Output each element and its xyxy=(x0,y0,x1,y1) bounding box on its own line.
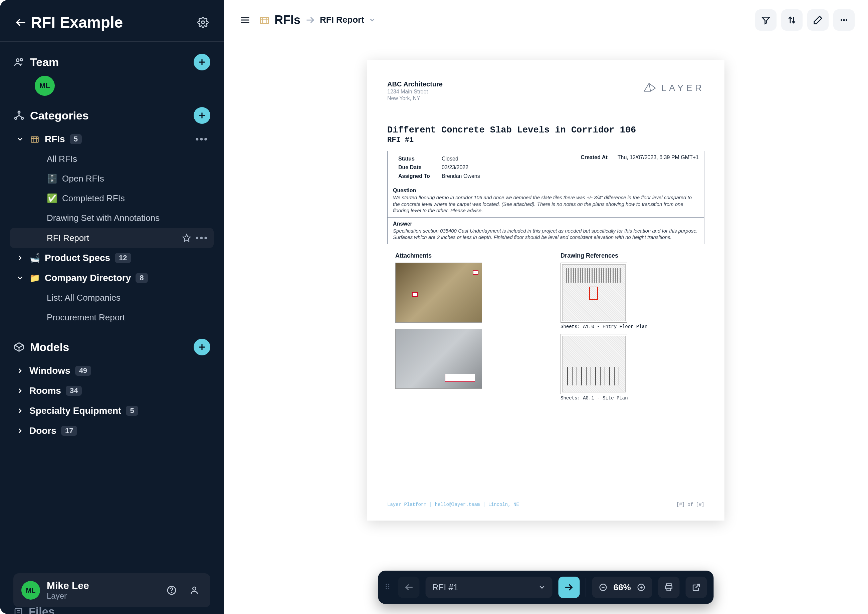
team-section: Team ML xyxy=(0,48,224,102)
settings-button[interactable] xyxy=(196,15,210,30)
zoom-in-button[interactable] xyxy=(636,583,647,592)
project-title: RFI Example xyxy=(31,13,196,31)
doc-answer-body: Specification section 035400 Cast Underl… xyxy=(393,228,699,240)
view-label: All RFIs xyxy=(47,154,77,164)
attachment-photo-2 xyxy=(395,329,482,389)
model-item-rooms[interactable]: Rooms 34 xyxy=(10,381,214,401)
category-label: RFIs xyxy=(45,134,65,144)
category-item-company-directory[interactable]: 📁 Company Directory 8 xyxy=(10,268,214,288)
emoji-icon: ✅ xyxy=(47,193,57,203)
meta-status-value: Closed xyxy=(442,156,458,162)
prev-record-button[interactable] xyxy=(398,577,419,598)
crate-icon xyxy=(30,134,40,144)
view-all-rfis[interactable]: All RFIs xyxy=(10,149,214,169)
divider xyxy=(585,578,586,597)
main: RFIs RFI Report xyxy=(224,0,868,614)
models-label: Models xyxy=(30,341,188,354)
svg-point-27 xyxy=(193,587,196,590)
svg-line-21 xyxy=(19,345,23,347)
toolbar: RFIs RFI Report xyxy=(224,0,868,40)
categories-section: Categories xyxy=(0,102,224,129)
chevron-right-icon xyxy=(16,254,25,262)
doc-subtitle: RFI #1 xyxy=(387,136,704,144)
files-label: Files xyxy=(29,605,54,614)
user-name: Mike Lee xyxy=(47,580,157,591)
count-badge: 5 xyxy=(70,134,82,144)
profile-button[interactable] xyxy=(186,582,202,598)
drawing-ref-2 xyxy=(561,334,627,394)
category-item-rfis[interactable]: RFIs 5 ••• xyxy=(10,129,214,149)
view-all-companies[interactable]: List: All Companies xyxy=(10,288,214,308)
drag-handle[interactable]: ⠿ xyxy=(385,586,392,589)
team-member-avatar[interactable]: ML xyxy=(35,76,55,96)
categories-label: Categories xyxy=(30,109,188,122)
more-button[interactable] xyxy=(833,9,855,31)
files-section-peek[interactable]: Files xyxy=(13,605,54,614)
help-button[interactable] xyxy=(164,582,180,598)
category-label: Company Directory xyxy=(45,273,131,283)
more-button[interactable]: ••• xyxy=(196,233,208,243)
svg-rect-56 xyxy=(667,588,671,591)
view-label: Open RFIs xyxy=(62,174,104,184)
sort-button[interactable] xyxy=(781,9,803,31)
categories-tree: RFIs 5 ••• All RFIs 🗄️ Open RFIs ✅ Compl… xyxy=(0,129,224,327)
crate-icon xyxy=(259,15,270,25)
filter-button[interactable] xyxy=(755,9,776,31)
count-badge: 34 xyxy=(66,386,82,396)
print-button[interactable] xyxy=(658,577,680,598)
zoom-out-button[interactable] xyxy=(597,583,609,592)
zoom-control: 66% xyxy=(592,577,652,598)
emoji-icon: 🛁 xyxy=(30,253,40,263)
edit-button[interactable] xyxy=(807,9,829,31)
model-item-specialty-equipment[interactable]: Specialty Equipment 5 xyxy=(10,401,214,421)
report-canvas[interactable]: ABC Architecture 1234 Main Street New Yo… xyxy=(224,40,868,614)
chevron-right-icon xyxy=(16,427,25,434)
record-selector[interactable]: RFI #1 xyxy=(425,577,552,598)
models-tree: Windows 49 Rooms 34 Specialty Equipment … xyxy=(0,361,224,441)
more-button[interactable]: ••• xyxy=(196,134,208,144)
view-open-rfis[interactable]: 🗄️ Open RFIs xyxy=(10,169,214,189)
breadcrumb-main[interactable]: RFIs xyxy=(275,13,300,27)
view-label: Completed RFIs xyxy=(62,193,125,203)
sidebar-header: RFI Example xyxy=(0,7,224,41)
model-item-windows[interactable]: Windows 49 xyxy=(10,361,214,381)
view-drawing-annotations[interactable]: Drawing Set with Annotations xyxy=(10,208,214,228)
next-record-button[interactable] xyxy=(558,577,579,598)
back-button[interactable] xyxy=(13,15,28,30)
app-root: RFI Example Team ML Categories xyxy=(0,0,868,614)
doc-company: ABC Architecture 1234 Main Street New Yo… xyxy=(387,80,443,102)
add-model-button[interactable] xyxy=(194,339,210,355)
count-badge: 12 xyxy=(115,253,131,263)
model-item-doors[interactable]: Doors 17 xyxy=(10,421,214,441)
star-icon[interactable] xyxy=(182,234,191,242)
sidebar: RFI Example Team ML Categories xyxy=(0,0,224,614)
meta-created-label: Created At xyxy=(581,155,607,180)
user-avatar[interactable]: ML xyxy=(21,581,40,600)
add-category-button[interactable] xyxy=(194,107,210,124)
category-item-product-specs[interactable]: 🛁 Product Specs 12 xyxy=(10,248,214,268)
zoom-value: 66% xyxy=(613,582,630,593)
doc-header: ABC Architecture 1234 Main Street New Yo… xyxy=(387,80,704,102)
record-selector-label: RFI #1 xyxy=(432,582,458,593)
team-icon xyxy=(13,56,25,68)
count-badge: 49 xyxy=(75,366,91,376)
view-rfi-report[interactable]: RFI Report ••• xyxy=(10,228,214,248)
chevron-down-icon[interactable] xyxy=(369,17,376,23)
meta-created-value: Thu, 12/07/2023, 6:39 PM GMT+1 xyxy=(618,155,699,180)
chevron-right-icon xyxy=(16,367,25,374)
meta-due-value: 03/23/2022 xyxy=(442,164,468,171)
doc-body: Different Concrete Slab Levels in Corrid… xyxy=(387,125,704,405)
svg-marker-39 xyxy=(762,17,770,24)
model-label: Specialty Equipment xyxy=(30,405,121,416)
svg-point-2 xyxy=(16,59,19,62)
model-label: Doors xyxy=(30,425,56,436)
add-team-button[interactable] xyxy=(194,54,210,70)
open-external-button[interactable] xyxy=(686,577,707,598)
doc-brand: LAYER xyxy=(661,83,704,93)
doc-answer-label: Answer xyxy=(393,221,699,227)
view-completed-rfis[interactable]: ✅ Completed RFIs xyxy=(10,189,214,208)
breadcrumb-sub[interactable]: RFI Report xyxy=(320,15,364,25)
category-label: Product Specs xyxy=(45,253,110,263)
view-procurement-report[interactable]: Procurement Report xyxy=(10,308,214,327)
hamburger-button[interactable] xyxy=(237,12,253,28)
